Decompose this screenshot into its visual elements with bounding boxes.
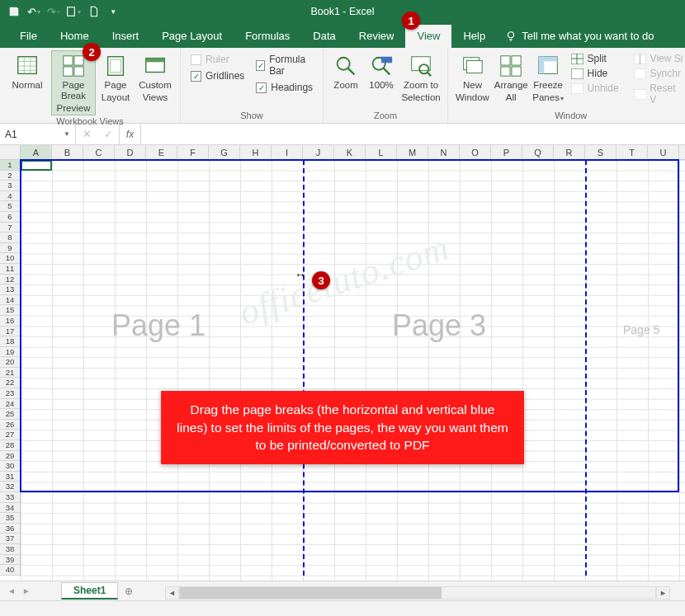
- row-header-19[interactable]: 19: [0, 347, 20, 358]
- tab-page-layout[interactable]: Page Layout: [150, 25, 234, 48]
- page-break-vertical-2[interactable]: [585, 160, 587, 576]
- row-header-22[interactable]: 22: [0, 378, 20, 388]
- tab-nav-prev-icon[interactable]: ◄: [5, 586, 18, 595]
- quick-print-icon[interactable]: ▾: [64, 2, 83, 21]
- col-header-O[interactable]: O: [460, 145, 491, 159]
- horizontal-scrollbar[interactable]: ◄ ►: [165, 585, 670, 600]
- select-all-corner[interactable]: [0, 145, 21, 160]
- tab-file[interactable]: File: [8, 25, 49, 48]
- fx-icon[interactable]: fx: [120, 124, 141, 144]
- gridlines-checkbox[interactable]: ✓Gridlines: [191, 70, 244, 82]
- row-header-40[interactable]: 40: [0, 565, 20, 576]
- row-headers[interactable]: 1234567891011121314151617181920212223242…: [0, 160, 21, 576]
- name-box[interactable]: A1▼: [0, 124, 76, 144]
- row-header-2[interactable]: 2: [0, 171, 20, 181]
- qat-customize-icon[interactable]: ▾: [104, 2, 122, 21]
- row-header-7[interactable]: 7: [0, 223, 20, 233]
- col-header-L[interactable]: L: [366, 145, 397, 159]
- row-header-13[interactable]: 13: [0, 284, 20, 295]
- col-header-I[interactable]: I: [272, 145, 303, 159]
- row-header-37[interactable]: 37: [0, 534, 20, 544]
- row-header-33[interactable]: 33: [0, 492, 20, 503]
- col-header-Q[interactable]: Q: [522, 145, 554, 159]
- scroll-right-icon[interactable]: ►: [656, 586, 670, 600]
- spreadsheet-area[interactable]: ABCDEFGHIJKLMNOPQRSTU 123456789101112131…: [0, 145, 685, 581]
- row-header-23[interactable]: 23: [0, 388, 20, 399]
- page-layout-view-button[interactable]: PageLayout: [97, 50, 134, 104]
- row-header-5[interactable]: 5: [0, 201, 20, 212]
- tab-insert[interactable]: Insert: [101, 25, 151, 48]
- row-header-12[interactable]: 12: [0, 275, 20, 285]
- scroll-track[interactable]: [179, 586, 656, 600]
- new-file-icon[interactable]: [84, 2, 102, 21]
- row-header-9[interactable]: 9: [0, 243, 20, 254]
- col-header-C[interactable]: C: [83, 145, 115, 159]
- row-header-1[interactable]: 1: [0, 160, 20, 171]
- row-header-6[interactable]: 6: [0, 212, 20, 223]
- col-header-S[interactable]: S: [585, 145, 616, 159]
- tell-me-search[interactable]: Tell me what you want to do: [497, 25, 662, 48]
- tab-data[interactable]: Data: [301, 25, 347, 48]
- col-header-B[interactable]: B: [52, 145, 83, 159]
- row-header-29[interactable]: 29: [0, 451, 20, 462]
- row-header-27[interactable]: 27: [0, 430, 20, 440]
- row-header-26[interactable]: 26: [0, 420, 20, 430]
- tab-help[interactable]: Help: [451, 25, 497, 48]
- row-header-14[interactable]: 14: [0, 295, 20, 306]
- row-header-35[interactable]: 35: [0, 513, 20, 524]
- undo-icon[interactable]: ↶▾: [25, 2, 43, 21]
- col-header-J[interactable]: J: [303, 145, 334, 159]
- col-header-F[interactable]: F: [177, 145, 209, 159]
- row-header-36[interactable]: 36: [0, 524, 20, 534]
- row-header-28[interactable]: 28: [0, 440, 20, 451]
- row-header-25[interactable]: 25: [0, 409, 20, 420]
- row-header-20[interactable]: 20: [0, 357, 20, 368]
- sheet-tab-sheet1[interactable]: Sheet1: [61, 582, 118, 600]
- zoom-100-button[interactable]: 100%: [365, 50, 398, 92]
- hide-button[interactable]: Hide: [569, 67, 621, 80]
- custom-views-button[interactable]: CustomViews: [135, 50, 175, 104]
- normal-view-button[interactable]: Normal: [5, 50, 50, 92]
- row-header-31[interactable]: 31: [0, 472, 20, 482]
- zoom-to-selection-button[interactable]: Zoom toSelection: [399, 50, 442, 104]
- col-header-G[interactable]: G: [209, 145, 240, 159]
- page-break-vertical-1[interactable]: [303, 160, 305, 576]
- tab-formulas[interactable]: Formulas: [234, 25, 301, 48]
- row-header-39[interactable]: 39: [0, 555, 20, 566]
- row-header-21[interactable]: 21: [0, 368, 20, 379]
- col-header-H[interactable]: H: [240, 145, 272, 159]
- col-header-A[interactable]: A: [21, 145, 52, 159]
- row-header-17[interactable]: 17: [0, 327, 20, 337]
- col-header-R[interactable]: R: [554, 145, 585, 159]
- tab-nav-next-icon[interactable]: ►: [20, 586, 33, 595]
- row-header-10[interactable]: 10: [0, 253, 20, 264]
- col-header-T[interactable]: T: [616, 145, 648, 159]
- row-header-30[interactable]: 30: [0, 461, 20, 472]
- new-sheet-button[interactable]: ⊕: [120, 584, 138, 599]
- col-header-N[interactable]: N: [428, 145, 460, 159]
- row-header-32[interactable]: 32: [0, 482, 20, 492]
- save-icon[interactable]: [5, 2, 23, 21]
- row-header-11[interactable]: 11: [0, 264, 20, 275]
- col-header-D[interactable]: D: [115, 145, 146, 159]
- freeze-panes-button[interactable]: FreezePanes▾: [531, 50, 566, 104]
- col-header-K[interactable]: K: [334, 145, 366, 159]
- row-header-3[interactable]: 3: [0, 181, 20, 191]
- zoom-button[interactable]: Zoom: [328, 50, 363, 92]
- headings-checkbox[interactable]: ✓Headings: [256, 82, 313, 93]
- col-header-E[interactable]: E: [146, 145, 177, 159]
- scroll-left-icon[interactable]: ◄: [165, 586, 179, 600]
- column-headers[interactable]: ABCDEFGHIJKLMNOPQRSTU: [21, 145, 685, 160]
- formula-bar-checkbox[interactable]: ✓Formula Bar: [256, 54, 313, 77]
- row-header-15[interactable]: 15: [0, 305, 20, 316]
- col-header-P[interactable]: P: [491, 145, 522, 159]
- arrange-all-button[interactable]: ArrangeAll: [492, 50, 531, 104]
- row-header-16[interactable]: 16: [0, 316, 20, 327]
- row-header-24[interactable]: 24: [0, 399, 20, 410]
- tab-review[interactable]: Review: [347, 25, 406, 48]
- col-header-U[interactable]: U: [648, 145, 679, 159]
- row-header-38[interactable]: 38: [0, 544, 20, 555]
- scroll-thumb[interactable]: [180, 587, 442, 599]
- row-header-18[interactable]: 18: [0, 336, 20, 347]
- row-header-8[interactable]: 8: [0, 233, 20, 243]
